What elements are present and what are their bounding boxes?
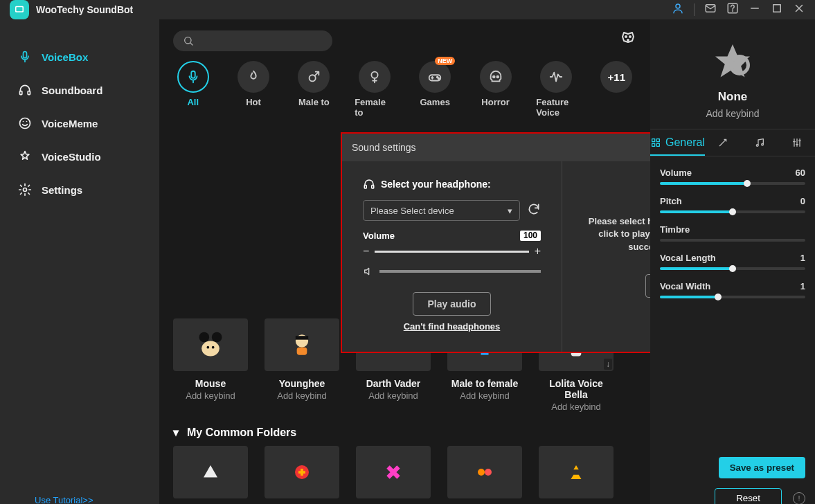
refresh-icon[interactable] xyxy=(527,202,541,219)
category-label: Male to xyxy=(298,97,330,107)
add-keybind-text[interactable]: Add keybind xyxy=(447,390,522,401)
slider-label: Timbre xyxy=(660,224,690,235)
playback-bar[interactable] xyxy=(363,266,541,277)
add-keybind-text[interactable]: Add keybind xyxy=(356,390,431,401)
tab-general[interactable]: General xyxy=(650,129,705,156)
folder-card[interactable] xyxy=(173,446,248,504)
sidebar-item-voicestudio[interactable]: VoiceStudio xyxy=(0,140,159,173)
gamepad-icon xyxy=(427,69,442,84)
folder-card[interactable] xyxy=(447,446,522,504)
volume-value: 100 xyxy=(520,231,541,241)
svg-point-49 xyxy=(757,145,759,147)
help-icon[interactable] xyxy=(726,2,739,17)
play-audio-button[interactable]: Play audio xyxy=(413,292,490,316)
plus-icon[interactable]: + xyxy=(535,245,541,258)
save-preset-button[interactable]: Save as preset xyxy=(719,457,805,478)
info-icon[interactable]: ! xyxy=(793,492,805,505)
next-button[interactable]: Next xyxy=(645,274,650,298)
slider-vocal-width[interactable]: Vocal Width1 xyxy=(660,281,805,298)
modal-help-text: Please select headphones/speaker and cli… xyxy=(583,215,650,253)
smiley-icon xyxy=(18,116,32,130)
add-keybind-text[interactable]: Add keybind xyxy=(660,108,805,119)
reset-button[interactable]: Reset xyxy=(715,488,782,504)
category-label: Hot xyxy=(246,97,261,107)
sidebar-item-voicebox[interactable]: VoiceBox xyxy=(0,40,159,73)
folder-card[interactable] xyxy=(539,446,614,504)
right-panel: None Add keybind General Volume60 Pitch xyxy=(650,19,815,504)
folder-card[interactable] xyxy=(356,446,431,504)
category-hot[interactable]: Hot xyxy=(233,61,273,118)
headphones-icon xyxy=(363,178,375,190)
slider-volume[interactable]: Volume60 xyxy=(660,168,805,185)
svg-line-16 xyxy=(190,43,192,45)
app-title: WooTechy SoundBot xyxy=(36,4,672,15)
female-icon xyxy=(367,69,382,84)
svg-point-27 xyxy=(496,76,499,78)
device-placeholder: Please Select device xyxy=(370,206,454,216)
category-all[interactable]: All xyxy=(173,61,213,118)
sidebar-label: VoiceBox xyxy=(42,51,88,63)
sound-settings-modal: Sound settings ✕ Select your headphone: … xyxy=(341,132,650,353)
category-feature-voice[interactable]: Feature Voice xyxy=(536,61,575,118)
tab-equalizer[interactable] xyxy=(778,129,815,156)
tab-effects[interactable] xyxy=(705,129,742,156)
svg-point-17 xyxy=(625,36,627,37)
svg-rect-10 xyxy=(24,52,27,58)
add-keybind-text[interactable]: Add keybind xyxy=(265,390,339,401)
sidebar-item-soundboard[interactable]: Soundboard xyxy=(0,73,159,107)
common-folders-header[interactable]: ▾ My Common Folders xyxy=(159,426,650,446)
tab-music[interactable] xyxy=(742,129,778,156)
category-horror[interactable]: Horror xyxy=(476,61,515,118)
folder-icon-2 xyxy=(292,462,312,483)
category-row: All Hot Male to Female to NEWGames Horro… xyxy=(159,54,650,125)
account-icon[interactable] xyxy=(672,2,684,17)
category-more[interactable]: +11 xyxy=(597,61,636,118)
category-female-to[interactable]: Female to xyxy=(355,61,394,118)
cant-find-headphones-link[interactable]: Can't find headphones xyxy=(363,321,541,332)
folder-icon-1 xyxy=(200,462,221,483)
svg-point-29 xyxy=(212,332,222,343)
grid-icon xyxy=(650,137,661,148)
svg-point-50 xyxy=(762,143,764,145)
voice-card-mouse[interactable]: Mouse Add keybind xyxy=(173,318,248,412)
svg-rect-11 xyxy=(20,91,22,95)
slider-vocal-length[interactable]: Vocal Length1 xyxy=(660,253,805,270)
svg-point-22 xyxy=(371,72,377,78)
category-male-to[interactable]: Male to xyxy=(294,61,334,118)
music-icon xyxy=(754,137,765,148)
slider-pitch[interactable]: Pitch0 xyxy=(660,196,805,213)
voice-card-younghee[interactable]: Younghee Add keybind xyxy=(265,318,339,412)
title-bar: WooTechy SoundBot xyxy=(0,0,815,19)
voice-name: Lolita Voice Bella xyxy=(539,378,614,400)
category-games[interactable]: NEWGames xyxy=(415,61,455,118)
minus-icon[interactable]: − xyxy=(363,245,369,258)
search-input[interactable] xyxy=(173,30,332,51)
add-keybind-text[interactable]: Add keybind xyxy=(539,402,614,412)
male-icon xyxy=(306,69,321,84)
mic-icon xyxy=(18,50,32,64)
category-more-label: +11 xyxy=(600,61,632,93)
maximize-icon[interactable] xyxy=(771,2,783,17)
svg-rect-20 xyxy=(191,71,195,78)
sidebar-item-settings[interactable]: Settings xyxy=(0,173,159,206)
app-logo-icon xyxy=(10,0,29,19)
use-tutorial-link[interactable]: Use Tutorial>> xyxy=(0,495,159,504)
svg-rect-46 xyxy=(656,139,659,142)
mail-icon[interactable] xyxy=(704,2,717,17)
folder-card[interactable] xyxy=(265,446,339,504)
svg-rect-41 xyxy=(364,186,366,189)
device-select[interactable]: Please Select device ▾ xyxy=(363,200,520,221)
category-label: All xyxy=(187,97,199,107)
folder-icon-4 xyxy=(474,462,495,483)
sidebar-item-voicememe[interactable]: VoiceMeme xyxy=(0,107,159,140)
svg-point-14 xyxy=(24,188,27,192)
gear-icon xyxy=(18,183,32,197)
slider-timbre[interactable]: Timbre xyxy=(660,224,805,242)
minimize-icon[interactable] xyxy=(749,2,761,17)
slider-label: Vocal Width xyxy=(660,281,710,291)
add-keybind-text[interactable]: Add keybind xyxy=(173,390,248,401)
dice-icon[interactable] xyxy=(620,30,636,51)
modal-volume-slider[interactable]: − + xyxy=(363,245,541,258)
voice-name: Male to female xyxy=(447,378,522,389)
close-icon[interactable] xyxy=(793,2,805,17)
